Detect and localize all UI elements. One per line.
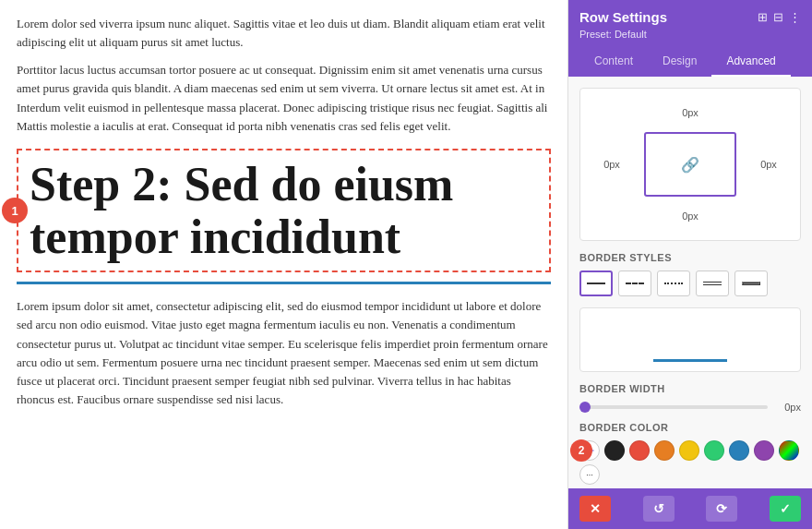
border-styles-label: Border Styles [579, 252, 801, 263]
color-row-wrap: 2 ✏ [579, 440, 801, 461]
step-badge-2: 2 [570, 439, 592, 462]
grid-icon[interactable]: ⊞ [758, 10, 768, 25]
padding-left-val[interactable]: 0px [603, 159, 620, 170]
color-row: ✏ [579, 440, 801, 461]
color-swatch-red[interactable] [629, 440, 650, 461]
content-area: Lorem dolor sed viverra ipsum nunc aliqu… [0, 0, 567, 529]
border-width-section: Border Width 0px [579, 383, 801, 413]
bottom-paragraph-1: Lorem ipsum dolor sit amet, consectetur … [17, 297, 551, 409]
reset-button[interactable]: ↺ [643, 496, 675, 522]
color-swatch-black[interactable] [604, 440, 625, 461]
border-preview-line [653, 359, 727, 362]
border-style-groove[interactable] [734, 271, 768, 296]
columns-icon[interactable]: ⊟ [773, 10, 783, 25]
color-swatch-orange[interactable] [654, 440, 675, 461]
border-width-label: Border Width [579, 383, 801, 394]
tab-content[interactable]: Content [579, 47, 648, 77]
border-color-label: Border Color [579, 422, 801, 433]
paragraph-1: Lorem dolor sed viverra ipsum nunc aliqu… [17, 15, 551, 52]
border-styles-row [579, 271, 801, 296]
color-swatch-violet[interactable] [754, 440, 774, 461]
border-style-dotted[interactable] [657, 271, 690, 296]
panel-header: Row Settings ⊞ ⊟ ⋮ Preset: Default Conte… [568, 0, 812, 77]
cancel-button[interactable]: ✕ [579, 496, 611, 522]
step-heading: Step 2: Sed do eiusm tempor incididunt [30, 158, 538, 263]
padding-top-val[interactable]: 0px [682, 107, 699, 118]
padding-grid: 0px 0px 🔗 0px 0px [593, 102, 787, 227]
paragraph-2: Porttitor lacus luctus accumsan tortor p… [17, 61, 551, 136]
step-badge-1: 1 [2, 198, 28, 223]
padding-bottom-val[interactable]: 0px [682, 210, 699, 222]
border-color-section: Border Color 2 ✏ ··· Save [579, 422, 801, 488]
row-settings-panel: Row Settings ⊞ ⊟ ⋮ Preset: Default Conte… [567, 0, 812, 529]
border-width-slider[interactable] [579, 405, 768, 409]
link-icon[interactable]: 🔗 [681, 156, 699, 174]
copy-button[interactable]: ⟳ [706, 496, 737, 522]
more-icon[interactable]: ⋮ [789, 10, 801, 25]
more-colors-row: ··· [579, 464, 801, 485]
panel-preset: Preset: Default [579, 29, 801, 40]
bottom-text: Lorem ipsum dolor sit amet, consectetur … [17, 297, 551, 409]
panel-tabs: Content Design Advanced [579, 47, 801, 77]
step-heading-bold: Step 2: [30, 158, 173, 210]
padding-control: 0px 0px 🔗 0px 0px [579, 88, 801, 241]
tab-design[interactable]: Design [648, 47, 711, 77]
padding-inner-box: 🔗 [644, 132, 736, 197]
slider-thumb[interactable] [579, 402, 591, 413]
panel-body: 0px 0px 🔗 0px 0px Border Styles [568, 77, 812, 488]
tab-advanced[interactable]: Advanced [711, 47, 790, 77]
border-style-solid[interactable] [579, 271, 613, 296]
border-preview [579, 307, 801, 372]
confirm-button[interactable]: ✓ [770, 496, 801, 522]
color-swatch-edit[interactable] [779, 440, 799, 461]
panel-title: Row Settings [579, 9, 667, 25]
border-width-row: 0px [579, 402, 801, 413]
border-style-dashed[interactable] [618, 271, 651, 296]
color-swatch-green[interactable] [704, 440, 724, 461]
more-colors-button[interactable]: ··· [579, 464, 600, 485]
selected-block[interactable]: 1 Step 2: Sed do eiusm tempor incididunt [17, 149, 551, 272]
border-width-val[interactable]: 0px [775, 402, 801, 413]
border-styles-section: Border Styles [579, 252, 801, 372]
padding-right-val[interactable]: 0px [760, 159, 777, 170]
color-swatch-yellow[interactable] [679, 440, 699, 461]
border-style-double[interactable] [696, 271, 729, 296]
panel-header-icons: ⊞ ⊟ ⋮ [758, 10, 801, 25]
blue-divider [17, 282, 551, 284]
color-swatch-blue[interactable] [729, 440, 749, 461]
panel-title-row: Row Settings ⊞ ⊟ ⋮ [579, 9, 801, 25]
panel-footer: ✕ ↺ ⟳ ✓ [568, 488, 812, 529]
